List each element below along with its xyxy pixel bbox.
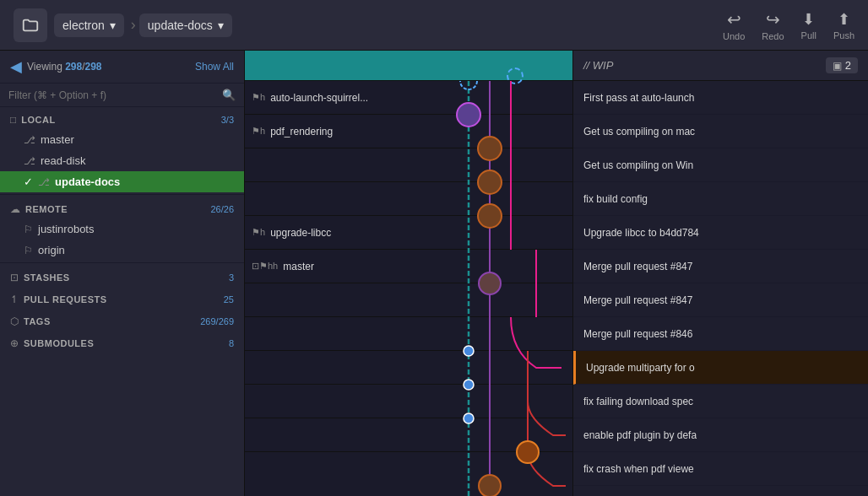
stashes-count: 3 (229, 272, 234, 283)
sidebar-item-update-docs-label: update-docs (55, 175, 120, 188)
tags-icon: ⬡ (10, 315, 19, 327)
commit-message-c10: fix failing download spec (583, 396, 693, 407)
pull-button[interactable]: ⬇ Pull (801, 10, 816, 40)
sidebar-item-read-disk-label: read-disk (41, 154, 85, 167)
branch-icon-master: ⊡⚑hh (252, 261, 278, 272)
commit-row-c3[interactable]: Get us compiling on Win (573, 148, 868, 182)
sidebar-item-origin-label: origin (38, 244, 65, 256)
local-section-count: 3/3 (221, 115, 234, 125)
section-divider (0, 262, 244, 263)
commit-message-c8: Merge pull request #846 (583, 328, 692, 340)
remote-section-header[interactable]: ☁ REMOTE 26/26 (0, 197, 244, 218)
spacer-row-1 (245, 148, 572, 182)
branch-label-pdf: pdf_rendering (270, 126, 333, 137)
commit-message-c2: Get us compiling on mac (583, 126, 695, 137)
remote-section-count: 26/26 (210, 204, 234, 214)
commit-row-c8[interactable]: Merge pull request #846 (573, 317, 868, 351)
push-icon: ⬆ (838, 10, 850, 29)
sidebar-item-justinrobots-label: justinrobots (38, 223, 94, 235)
commit-row-c9[interactable]: Upgrade multiparty for o (573, 351, 868, 385)
stashes-label: STASHES (24, 272, 229, 283)
wip-label: // WIP (583, 59, 819, 72)
repo-selector[interactable]: electron ▾ (54, 13, 124, 37)
path-separator: › (131, 16, 136, 34)
commit-message-c12: fix crash when pdf viewe (583, 463, 694, 475)
undo-button[interactable]: ↩ Undo (723, 9, 745, 41)
commit-row-c12[interactable]: fix crash when pdf viewe (573, 452, 868, 486)
branch-icon: ⎇ (38, 176, 50, 188)
section-divider (0, 194, 244, 195)
commit-row-c4[interactable]: fix build config (573, 182, 868, 216)
branch-rows: ⚑h auto-launch-squirrel... ⚑h pdf_render… (245, 81, 572, 496)
commit-row-c6[interactable]: Merge pull request #847 (573, 250, 868, 283)
folder-button[interactable] (14, 8, 47, 42)
sidebar-item-justinrobots[interactable]: ⚐ justinrobots (0, 218, 244, 240)
commit-message-c5: Upgrade libcc to b4dd784 (583, 227, 699, 239)
local-section-icon: □ (10, 114, 16, 126)
spacer-row-4 (245, 317, 572, 351)
toolbar-left: electron ▾ › update-docs ▾ (14, 8, 723, 42)
viewing-count: 298 (65, 61, 82, 73)
submodules-icon: ⊕ (10, 337, 19, 349)
branch-name: update-docs (148, 19, 213, 32)
spacer-row-6 (245, 385, 572, 418)
sidebar-item-master[interactable]: ⎇ master (0, 129, 244, 150)
branch-row-master[interactable]: ⊡⚑hh master (245, 250, 572, 283)
check-icon: ✓ (24, 175, 33, 188)
pull-requests-count: 25 (224, 294, 234, 305)
back-button[interactable]: ◀ (10, 57, 22, 76)
commit-message-c3: Get us compiling on Win (583, 159, 693, 171)
branch-row-auto-launch[interactable]: ⚑h auto-launch-squirrel... (245, 81, 572, 115)
wip-indicator (507, 67, 524, 84)
filter-input[interactable] (8, 89, 217, 101)
spacer-row-2 (245, 182, 572, 216)
commit-row-c11[interactable]: enable pdf plugin by defa (573, 418, 868, 452)
right-panel-header: // WIP ▣ 2 (573, 51, 868, 81)
sidebar-item-origin[interactable]: ⚐ origin (0, 240, 244, 261)
stashes-section-header[interactable]: ⊡ STASHES 3 (0, 265, 244, 287)
commit-row-c10[interactable]: fix failing download spec (573, 385, 868, 418)
pull-requests-label: PULL REQUESTS (24, 294, 224, 305)
redo-label: Redo (762, 31, 784, 41)
pull-icon: ⬇ (802, 10, 815, 29)
commit-message-c11: enable pdf plugin by defa (583, 429, 697, 441)
branch-label-upgrade: upgrade-libcc (270, 227, 331, 239)
main-content: ◀ Viewing 298/298 Show All 🔍 □ LOCAL 3/3… (0, 51, 868, 496)
pull-requests-section-header[interactable]: ↿ PULL REQUESTS 25 (0, 287, 244, 309)
branch-row-pdf[interactable]: ⚑h pdf_rendering (245, 115, 572, 148)
redo-icon: ↪ (766, 9, 780, 30)
tags-section-header[interactable]: ⬡ TAGS 269/269 (0, 309, 244, 331)
commit-message-c9: Upgrade multiparty for o (586, 362, 695, 374)
branch-selector[interactable]: update-docs ▾ (139, 13, 232, 37)
branch-row-upgrade-libcc[interactable]: ⚑h upgrade-libcc (245, 216, 572, 250)
spacer-row-5 (245, 351, 572, 385)
pull-label: Pull (801, 30, 816, 40)
repo-name: electron (62, 19, 105, 32)
push-label: Push (833, 30, 854, 40)
branch-icon-upgrade: ⚑h (252, 227, 265, 238)
show-all-button[interactable]: Show All (195, 61, 234, 73)
commit-list: First pass at auto-launch Get us compili… (573, 81, 868, 496)
viewing-total: 298 (85, 61, 102, 73)
push-button[interactable]: ⬆ Push (833, 10, 854, 40)
sidebar-item-read-disk[interactable]: ⎇ read-disk (0, 150, 244, 171)
commit-row-c2[interactable]: Get us compiling on mac (573, 115, 868, 148)
commit-row-c7[interactable]: Merge pull request #847 (573, 283, 868, 317)
commit-message-c4: fix build config (583, 193, 648, 205)
commit-row-c1[interactable]: First pass at auto-launch (573, 81, 868, 115)
graph-header-bar (245, 51, 572, 81)
sidebar-header: ◀ Viewing 298/298 Show All (0, 51, 244, 84)
redo-button[interactable]: ↪ Redo (762, 9, 784, 41)
local-section-header[interactable]: □ LOCAL 3/3 (0, 107, 244, 129)
local-section-label: LOCAL (21, 115, 220, 125)
branch-icon: ⎇ (24, 134, 35, 146)
stashes-icon: ⊡ (10, 272, 19, 283)
undo-icon: ↩ (727, 9, 741, 30)
sidebar-item-update-docs[interactable]: ✓ ⎇ update-docs (0, 171, 244, 192)
wip-badge-count: 2 (845, 59, 851, 72)
submodules-section-header[interactable]: ⊕ SUBMODULES 8 (0, 331, 244, 353)
toolbar: electron ▾ › update-docs ▾ ↩ Undo ↪ Redo… (0, 0, 868, 51)
branch-icon-pdf: ⚑h (252, 126, 265, 137)
commit-row-c5[interactable]: Upgrade libcc to b4dd784 (573, 216, 868, 250)
branch-icon: ⎇ (24, 155, 35, 167)
